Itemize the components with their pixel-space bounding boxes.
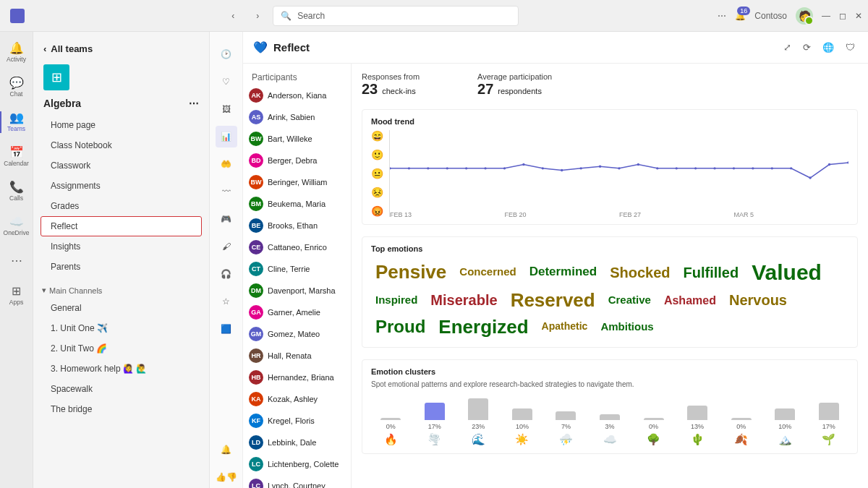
team-tab-reflect[interactable]: Reflect [41,216,202,236]
emotion-word[interactable]: Fulfilled [684,265,739,281]
more-icon[interactable]: ⋯ [189,98,199,109]
reflect-nav-brush-icon[interactable]: 🖌 [216,236,237,257]
reflect-nav-game-icon[interactable]: 🎮 [216,208,237,230]
rail-item-calendar[interactable]: 📅Calendar [0,140,33,174]
participant-item[interactable]: LDLebbink, Dale [249,434,351,451]
emotion-word[interactable]: Concerned [459,266,516,278]
rail-item-calls[interactable]: 📞Calls [0,175,33,208]
participant-item[interactable]: HRHall, Renata [249,347,351,364]
emotion-word[interactable]: Energized [438,317,528,338]
window-close-icon[interactable]: ✕ [855,11,862,21]
team-tab-grades[interactable]: Grades [41,196,202,216]
reflect-nav-care-icon[interactable]: 🤲 [216,153,237,175]
cluster-item[interactable]: 0%🍂 [721,418,761,446]
nav-back-button[interactable]: ‹ [224,7,242,25]
participant-item[interactable]: KFKregel, Floris [249,412,351,429]
reflect-nav-thumbs-icon[interactable]: 👍👎 [216,466,237,488]
cluster-item[interactable]: 0%🔥 [371,418,411,446]
emotion-word[interactable]: Apathetic [542,321,588,332]
user-avatar[interactable]: 🧑 [796,7,813,25]
channel-item[interactable]: 2. Unit Two 🌈 [41,338,202,359]
emotion-word[interactable]: Ashamed [664,294,716,307]
participant-item[interactable]: CTCline, Terrie [249,260,351,278]
emotion-word[interactable]: Pensive [375,262,446,283]
window-minimize-icon[interactable]: — [822,11,830,21]
team-tab-parents[interactable]: Parents [41,257,202,277]
emotion-word[interactable]: Valued [752,260,822,284]
nav-forward-button[interactable]: › [248,7,267,25]
participant-item[interactable]: BWBart, Willeke [249,130,351,147]
emotion-word[interactable]: Creative [608,294,651,307]
participant-item[interactable]: CECattaneo, Enrico [249,239,351,256]
reflect-nav-headphones-icon[interactable]: 🎧 [216,263,237,285]
emotion-word[interactable]: Shocked [610,265,670,281]
participant-item[interactable]: KAKozak, Ashley [249,390,351,408]
participant-item[interactable]: BWBeringer, William [249,174,351,191]
reflect-nav-heart-icon[interactable]: ♡ [216,71,237,93]
cluster-item[interactable]: 10%☀️ [503,408,542,446]
reflect-nav-notify-icon[interactable]: 🔔 [216,439,237,461]
emotion-word[interactable]: Miserable [430,292,497,308]
search-input[interactable]: 🔍 Search [273,6,519,26]
more-icon[interactable]: ⋯ [718,11,726,21]
participant-item[interactable]: BDBerger, Debra [249,152,351,169]
participant-item[interactable]: BEBrooks, Ethan [249,217,351,234]
expand-icon[interactable]: ⤢ [780,39,794,56]
rail-item-apps[interactable]: ⊞Apps [0,279,33,312]
participant-item[interactable]: LCLichtenberg, Colette [249,455,351,473]
channel-item[interactable]: 3. Homework help 🙋‍♀️ 🙋‍♂️ [41,359,202,379]
participant-item[interactable]: ASArink, Sabien [249,108,351,126]
participant-item[interactable]: GAGarner, Amelie [249,304,351,321]
section-main-channels[interactable]: ▾ Main Channels [41,277,202,298]
team-tab-insights[interactable]: Insights [41,236,202,257]
team-header[interactable]: Algebra ⋯ [41,95,202,115]
reflect-nav-star-icon[interactable]: ☆ [216,291,237,312]
emotion-word[interactable]: Ambitious [600,321,653,333]
back-to-all-teams[interactable]: ‹ All teams [41,38,202,64]
emotion-word[interactable]: Nervous [729,292,787,308]
window-maximize-icon[interactable]: ◻ [839,11,846,21]
participant-item[interactable]: AKAnderson, Kiana [249,87,351,104]
channel-item[interactable]: 1. Unit One ✈️ [41,318,202,338]
participant-item[interactable]: HBHernandez, Briana [249,369,351,386]
rail-item-activity[interactable]: 🔔Activity [0,36,33,69]
cluster-item[interactable]: 23%🌊 [459,398,498,446]
channel-item[interactable]: General [41,298,202,318]
reflect-nav-image-icon[interactable]: 🖼 [216,98,237,120]
shield-icon[interactable]: 🛡 [843,39,858,56]
cluster-item[interactable]: 0%🌳 [634,418,673,446]
rail-item-teams[interactable]: 👥Teams [0,106,33,139]
cluster-item[interactable]: 3%☁️ [590,414,630,446]
reflect-nav-app-icon[interactable]: 🟦 [216,318,237,340]
refresh-icon[interactable]: ⟳ [800,39,814,56]
participant-item[interactable]: LCLynch, Courtney [249,477,351,488]
participant-item[interactable]: GMGomez, Mateo [249,325,351,343]
channel-item[interactable]: The bridge [41,399,202,419]
emotion-word[interactable]: Determined [529,265,597,279]
cluster-item[interactable]: 10%🏔️ [765,408,805,446]
team-tab-class-notebook[interactable]: Class Notebook [41,135,202,155]
reflect-nav-pulse-icon[interactable]: 〰 [216,181,237,202]
cluster-item[interactable]: 13%🌵 [678,406,718,446]
team-tab-home-page[interactable]: Home page [41,115,202,135]
emotion-word[interactable]: Inspired [375,294,417,307]
cluster-item[interactable]: 17%🌪️ [415,403,455,446]
reflect-nav-insights-icon[interactable]: 📊 [216,126,237,147]
cluster-item[interactable]: 7%⛈️ [546,411,586,446]
team-tab-classwork[interactable]: Classwork [41,155,202,176]
rail-item-chat[interactable]: 💬Chat [0,71,33,104]
participant-item[interactable]: BMBeukema, Maria [249,195,351,213]
participant-item[interactable]: DMDavenport, Marsha [249,282,351,299]
channel-item[interactable]: Spacewalk [41,379,202,399]
notifications-icon[interactable]: 🔔16 [735,11,746,21]
cluster-item[interactable]: 17%🌱 [809,403,848,446]
globe-icon[interactable]: 🌐 [820,39,837,56]
teams-panel: ‹ All teams ⊞ Algebra ⋯ Home pageClass N… [33,32,210,488]
reflect-nav-clock-icon[interactable]: 🕑 [216,43,237,65]
rail-item-onedrive[interactable]: ☁️OneDrive [0,210,33,243]
emotion-word[interactable]: Proud [375,317,425,336]
rail-item-more[interactable]: ⋯ [0,244,33,278]
team-tab-assignments[interactable]: Assignments [41,176,202,196]
emotion-word[interactable]: Reserved [511,290,595,311]
svg-point-6 [503,167,506,169]
